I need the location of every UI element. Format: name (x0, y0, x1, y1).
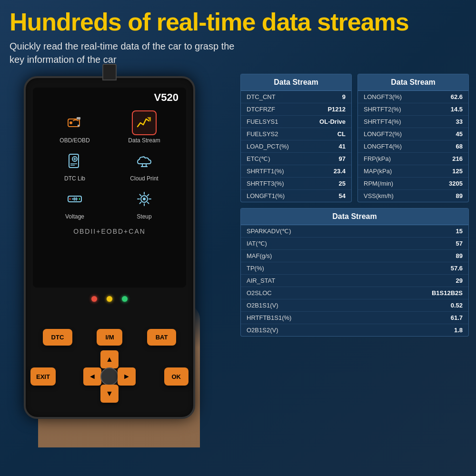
led-green (122, 296, 128, 302)
table-row: LONGFT4(%)68 (358, 140, 468, 153)
row-name: TP(%) (247, 265, 264, 272)
table-row: LONGFT3(%)62.6 (358, 91, 468, 103)
buttons-area: DTC I/M BAT EXIT ▲ ◄ ► ▼ OK (30, 329, 188, 403)
row-name: SPARKADV(℃) (247, 228, 291, 235)
row-value: 9 (342, 93, 346, 100)
tables-area: Data Stream DTC_CNT9DTCFRZFP1212FUELSYS1… (240, 74, 469, 337)
nav-left-button[interactable]: ◄ (83, 367, 101, 386)
table1-body: DTC_CNT9DTCFRZFP1212FUELSYS1OL-DriveFUEL… (241, 91, 351, 202)
table-row: FRP(kPa)216 (358, 153, 468, 165)
voltage-label: Voltage (65, 213, 84, 220)
obd-icon-container (62, 110, 87, 135)
row-name: O2B1S2(V) (247, 327, 278, 334)
row-value: 61.7 (451, 314, 463, 321)
row-name: ETC(℃) (247, 155, 270, 162)
datastream-icon-container (132, 110, 157, 135)
row-value: 29 (456, 277, 463, 284)
table-row: AIR_STAT29 (241, 275, 468, 287)
menu-item-voltage[interactable]: Voltage (42, 187, 107, 220)
cloudprint-icon-container (132, 149, 157, 173)
row-name: LONGFT2(%) (364, 130, 402, 138)
row-name: O2SLOC (247, 289, 272, 297)
table-row: LONGFT1(%)54 (241, 190, 351, 202)
row-value: 97 (339, 155, 346, 162)
row-name: SHRTFT3(%) (247, 180, 284, 187)
table-row: LOAD_PCT(%)41 (241, 140, 351, 153)
nav-up-button[interactable]: ▲ (100, 350, 119, 368)
row-value: 125 (452, 168, 463, 175)
table-row: O2SLOCB1S12B2S (241, 287, 468, 299)
row-value: 33 (456, 118, 463, 125)
row-name: MAF(g/s) (247, 252, 272, 259)
page-subtitle: Quickly read the real-time data of the c… (10, 40, 466, 66)
table-row: LONGFT2(%)45 (358, 128, 468, 140)
row-value: 14.5 (451, 106, 463, 113)
row-value: P1212 (327, 106, 346, 113)
row-value: CL (337, 130, 346, 138)
im-button[interactable]: I/M (97, 329, 122, 346)
row-name: FUELSYS2 (247, 130, 278, 138)
row-name: AIR_STAT (247, 277, 275, 284)
row-name: LONGFT3(%) (364, 93, 402, 100)
cloudprint-label: Cloud Print (130, 175, 158, 182)
table1-header: Data Stream (241, 74, 351, 91)
table-row: SHRTFT2(%)14.5 (358, 103, 468, 116)
datastream-label: Data Stream (128, 137, 160, 144)
row-name: IAT(℃) (247, 240, 267, 247)
row-value: OL-Drive (319, 118, 346, 125)
row-value: 15 (456, 228, 463, 235)
exit-button[interactable]: EXIT (30, 367, 56, 386)
nav-right-button[interactable]: ► (118, 367, 136, 386)
table-row: FUELSYS1OL-Drive (241, 116, 351, 128)
led-red (91, 296, 97, 302)
row-name: SHRTFT1(%) (247, 168, 284, 175)
row-value: 62.6 (451, 93, 463, 100)
row-name: VSS(km/h) (364, 192, 394, 199)
table2-header: Data Stream (358, 74, 468, 91)
row-name: MAP(kPa) (364, 168, 392, 175)
steup-icon (136, 190, 153, 208)
row-value: 89 (456, 192, 463, 199)
nav-area: EXIT ▲ ◄ ► ▼ OK (30, 350, 188, 403)
device-model: V520 (33, 88, 186, 106)
row-value: 57 (456, 240, 463, 247)
steup-icon-container (132, 187, 157, 211)
table-row: SPARKADV(℃)15 (241, 225, 468, 238)
dtclib-icon (66, 152, 83, 169)
menu-item-datastream[interactable]: Data Stream (112, 110, 177, 144)
row-name: DTC_CNT (247, 93, 276, 100)
bat-button[interactable]: BAT (147, 329, 177, 346)
row-value: 45 (456, 130, 463, 138)
device-body: V520 OBD/EOBD (24, 76, 195, 419)
table-row: MAP(kPa)125 (358, 165, 468, 178)
table-row: FUELSYS2CL (241, 128, 351, 140)
menu-item-cloudprint[interactable]: Cloud Print (112, 149, 177, 182)
row-name: LOAD_PCT(%) (247, 143, 289, 150)
tables-top-row: Data Stream DTC_CNT9DTCFRZFP1212FUELSYS1… (240, 74, 469, 202)
row-value: 1.8 (454, 327, 463, 334)
menu-item-steup[interactable]: Steup (112, 187, 177, 220)
steup-label: Steup (137, 213, 151, 220)
row-value: B1S12B2S (432, 289, 463, 297)
menu-item-obd[interactable]: OBD/EOBD (42, 110, 107, 144)
row-value: 54 (339, 192, 346, 199)
dtclib-label: DTC Lib (64, 175, 85, 182)
row-name: HRTFTB1S1(%) (247, 314, 291, 321)
led-row (26, 296, 193, 302)
row-value: 57.6 (451, 265, 463, 272)
dtc-button[interactable]: DTC (43, 329, 73, 346)
nav-down-button[interactable]: ▼ (100, 385, 119, 403)
device-screen: V520 OBD/EOBD (33, 88, 186, 288)
menu-item-dtclib[interactable]: DTC Lib (42, 149, 107, 182)
table-row: ETC(℃)97 (241, 153, 351, 165)
obd-icon (66, 114, 83, 131)
table-row: SHRTFT3(%)25 (241, 178, 351, 190)
svg-rect-3 (78, 125, 79, 127)
row-value: 216 (452, 155, 463, 162)
ok-button[interactable]: OK (164, 367, 189, 386)
row-name: FUELSYS1 (247, 118, 278, 125)
svg-point-21 (143, 198, 146, 200)
row-value: 25 (339, 180, 346, 187)
voltage-icon-container (62, 187, 87, 211)
row-value: 23.4 (334, 168, 346, 175)
